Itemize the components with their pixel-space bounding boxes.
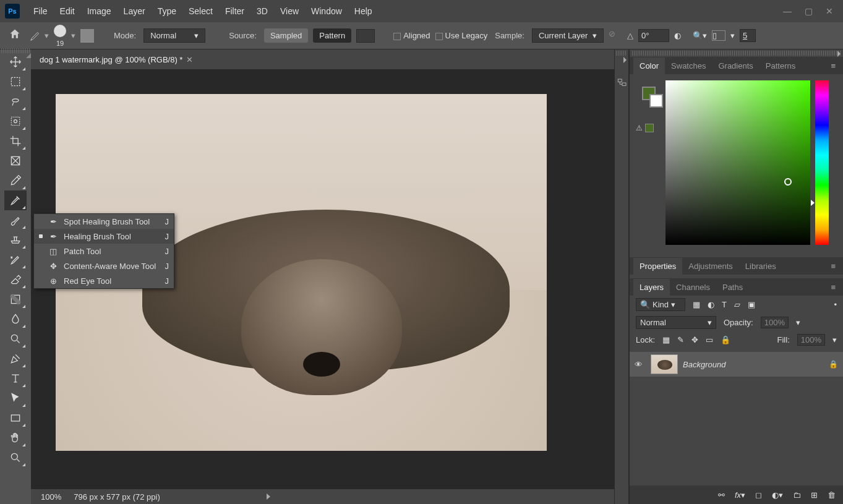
fill-input[interactable]: 100%	[797, 334, 825, 346]
lock-transparent-icon[interactable]: ▦	[662, 335, 670, 344]
filter-smart-icon[interactable]: ▣	[748, 300, 755, 309]
quick-select-tool[interactable]	[4, 111, 27, 131]
menu-type[interactable]: Type	[152, 2, 182, 20]
menu-file[interactable]: File	[27, 2, 54, 20]
type-tool[interactable]	[4, 369, 27, 388]
layer-name[interactable]: Background	[683, 360, 725, 369]
adjustment-layer-icon[interactable]: ◐▾	[772, 490, 783, 500]
move-tool[interactable]	[4, 52, 27, 72]
panel-handle[interactable]	[632, 51, 841, 56]
tab-channels[interactable]: Channels	[670, 279, 716, 296]
tab-patterns[interactable]: Patterns	[760, 58, 802, 74]
tab-libraries[interactable]: Libraries	[739, 258, 782, 275]
unknown-field[interactable]: 5	[740, 29, 756, 42]
filter-toggle[interactable]: •	[834, 300, 837, 309]
window-maximize-button[interactable]: ▢	[800, 5, 817, 17]
menu-window[interactable]: Window	[305, 2, 348, 20]
doc-info[interactable]: 796 px x 577 px (72 ppi)	[74, 492, 160, 502]
lasso-tool[interactable]	[4, 92, 27, 111]
color-field[interactable]	[665, 80, 810, 245]
history-panel-icon[interactable]	[615, 74, 630, 92]
pattern-picker[interactable]	[356, 29, 375, 43]
sample-select[interactable]: Current Layer▾	[532, 28, 604, 43]
gradient-tool[interactable]	[4, 289, 27, 309]
link-layers-icon[interactable]: ⚯	[718, 490, 725, 500]
blend-mode-select[interactable]: Normal▾	[143, 28, 205, 43]
use-legacy-checkbox[interactable]: Use Legacy	[435, 31, 488, 40]
marquee-tool[interactable]	[4, 72, 27, 92]
lock-paint-icon[interactable]: ✎	[677, 335, 684, 344]
healing-brush-tool[interactable]	[4, 190, 27, 210]
background-color[interactable]	[649, 94, 663, 108]
brush-tool[interactable]	[4, 210, 27, 230]
panel-menu-icon[interactable]: ≡	[827, 283, 839, 292]
tab-gradients[interactable]: Gradients	[712, 58, 759, 74]
layer-row-background[interactable]: 👁 Background 🔒	[630, 352, 843, 377]
layer-lock-icon[interactable]: 🔒	[829, 360, 838, 369]
panel-menu-icon[interactable]: ≡	[827, 61, 839, 70]
menu-view[interactable]: View	[274, 2, 305, 20]
hue-slider[interactable]	[815, 80, 829, 245]
angle-input[interactable]: 0°	[638, 29, 669, 42]
new-layer-icon[interactable]: ⊞	[811, 490, 818, 500]
eraser-tool[interactable]	[4, 270, 27, 289]
clone-stamp-tool[interactable]	[4, 230, 27, 250]
layer-thumbnail[interactable]	[651, 354, 678, 374]
tab-swatches[interactable]: Swatches	[665, 58, 712, 74]
tab-paths[interactable]: Paths	[716, 279, 749, 296]
source-pattern-button[interactable]: Pattern	[313, 28, 351, 43]
brush-settings-button[interactable]	[80, 29, 94, 43]
window-minimize-button[interactable]: —	[779, 5, 796, 17]
tab-properties[interactable]: Properties	[633, 258, 682, 275]
ignore-adjustment-button[interactable]: ⊘	[609, 29, 622, 43]
lock-artboard-icon[interactable]: ▭	[706, 335, 713, 344]
aligned-checkbox[interactable]: Aligned	[393, 31, 430, 40]
blur-tool[interactable]	[4, 309, 27, 329]
pen-tool[interactable]	[4, 349, 27, 369]
tab-color[interactable]: Color	[633, 58, 665, 74]
flyout-content-aware-move[interactable]: ✥ Content-Aware Move ToolJ	[34, 258, 174, 273]
menu-filter[interactable]: Filter	[219, 2, 250, 20]
source-sampled-button[interactable]: Sampled	[264, 28, 308, 43]
flyout-spot-healing[interactable]: ✒ Spot Healing Brush ToolJ	[34, 214, 174, 229]
filter-shape-icon[interactable]: ▱	[734, 300, 740, 309]
workspace-switcher[interactable]: ▯	[712, 30, 725, 41]
zoom-tool[interactable]	[4, 448, 27, 468]
close-tab-icon[interactable]: ✕	[186, 55, 193, 64]
pressure-button[interactable]: ◐	[674, 31, 688, 40]
eyedropper-tool[interactable]	[4, 171, 27, 190]
zoom-level[interactable]: 100%	[41, 492, 61, 502]
brush-preset-picker[interactable]: 19	[54, 25, 66, 47]
frame-tool[interactable]	[4, 151, 27, 171]
path-select-tool[interactable]	[4, 388, 27, 408]
flyout-healing-brush[interactable]: ✒ Healing Brush ToolJ	[34, 229, 174, 244]
lock-position-icon[interactable]: ✥	[691, 335, 698, 344]
home-button[interactable]	[6, 25, 24, 46]
dodge-tool[interactable]	[4, 329, 27, 349]
web-safe-swatch[interactable]	[645, 124, 654, 132]
menu-layer[interactable]: Layer	[118, 2, 152, 20]
tab-layers[interactable]: Layers	[633, 279, 670, 296]
flyout-patch[interactable]: ◫ Patch ToolJ	[34, 244, 174, 258]
layer-mask-icon[interactable]: ◻	[755, 490, 762, 500]
lock-all-icon[interactable]: 🔒	[721, 335, 730, 344]
tool-preset-picker[interactable]: ▾	[28, 29, 49, 43]
search-icon[interactable]: 🔍▾	[693, 31, 707, 40]
flyout-red-eye[interactable]: ⊕ Red Eye ToolJ	[34, 273, 174, 288]
opacity-input[interactable]: 100%	[761, 317, 789, 328]
status-caret-icon[interactable]	[267, 493, 270, 500]
filter-pixel-icon[interactable]: ▦	[693, 300, 700, 309]
filter-adjust-icon[interactable]: ◐	[708, 300, 714, 309]
menu-edit[interactable]: Edit	[54, 2, 81, 20]
menu-image[interactable]: Image	[81, 2, 118, 20]
document-tab[interactable]: dog 1 watermark.jpg @ 100% (RGB/8) * ✕	[31, 49, 614, 69]
visibility-toggle[interactable]: 👁	[635, 360, 646, 369]
history-brush-tool[interactable]	[4, 250, 27, 270]
menu-select[interactable]: Select	[182, 2, 219, 20]
gamut-warning-icon[interactable]: ⚠	[636, 124, 643, 132]
panel-menu-icon[interactable]: ≡	[827, 262, 839, 271]
tab-adjustments[interactable]: Adjustments	[682, 258, 739, 275]
crop-tool[interactable]	[4, 131, 27, 151]
filter-type-icon[interactable]: T	[722, 300, 727, 309]
trash-icon[interactable]: 🗑	[828, 490, 836, 500]
